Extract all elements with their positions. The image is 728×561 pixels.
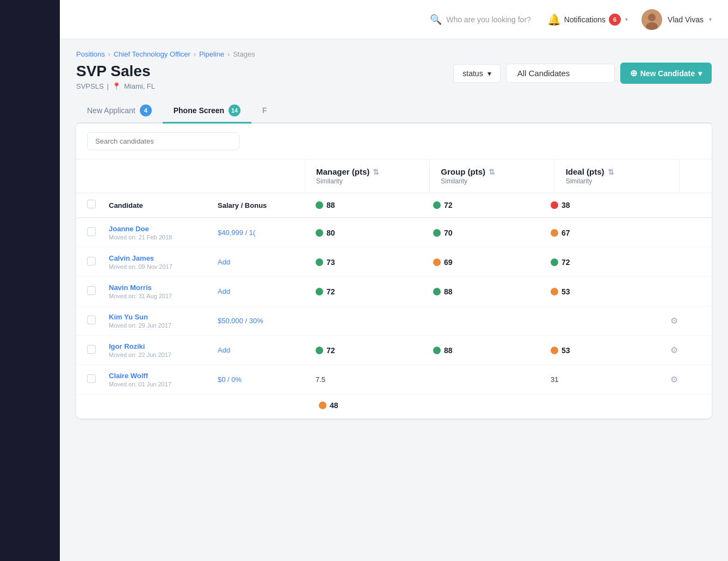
row-checkbox-col [87,374,109,385]
table-row: Calvin James Moved on: 09 Nov 2017 Add 7… [76,248,712,277]
nav-search-text: Who are you looking for? [446,15,531,24]
candidate-salary[interactable]: $40,999 / 1( [218,229,316,237]
table-row: Claire Wolff Moved on: 01 Jun 2017 $0 / … [76,365,712,394]
group-sort-icon[interactable] [489,167,495,176]
candidate-name[interactable]: Calvin James [109,254,218,262]
tab-new-applicant[interactable]: New Applicant 4 [76,99,163,124]
manager-score: 72 [316,287,433,296]
page-header: SVP Sales SVPSLS | 📍 Miami, FL status ▾ … [76,63,712,90]
ideal-dot [551,288,558,295]
breadcrumb: Positions › Chief Technology Officer › P… [76,50,712,58]
nav-search[interactable]: 🔍 Who are you looking for? [430,14,531,26]
group-value: 88 [444,287,453,296]
ideal-score: 31 [551,375,668,384]
row-checkbox[interactable] [87,257,96,266]
top-ideal-score: 38 [562,201,570,209]
candidate-salary-add[interactable]: Add [218,258,316,266]
candidate-name[interactable]: Kim Yu Sun [109,313,218,321]
manager-score: 80 [316,229,433,237]
candidate-date: Moved on: 22 Jun 2017 [109,352,218,358]
top-group-dot [433,201,441,209]
manager-dot [316,288,323,295]
ideal-value: 53 [562,287,570,296]
user-chevron-icon: ▾ [709,16,712,22]
candidate-salary-add[interactable]: Add [218,287,316,295]
gear-button[interactable]: ⚙ [668,313,680,328]
separator: | [107,82,109,90]
group-dot [433,347,441,354]
notifications-badge: 6 [609,14,621,26]
search-icon: 🔍 [430,14,442,26]
nav-user[interactable]: Vlad Vivas ▾ [641,9,712,30]
row-actions: ⚙ [668,343,701,357]
group-dot [433,229,441,237]
row-checkbox[interactable] [87,345,96,354]
select-all-checkbox[interactable] [87,200,96,208]
top-manager-dot [316,201,323,209]
group-score: 88 [433,346,551,355]
stage-tabs: New Applicant 4 Phone Screen 14 F [76,99,712,124]
breadcrumb-positions[interactable]: Positions [76,50,105,58]
page-code: SVPSLS [76,82,104,90]
table-header-row: Candidate Salary / Bonus 88 72 38 [76,193,712,218]
gear-button[interactable]: ⚙ [668,343,680,357]
sim-header-group: Group (pts) Similarity [429,159,554,193]
row-checkbox[interactable] [87,286,96,295]
bottom-score-row: 48 [76,394,712,418]
candidate-name[interactable]: Navin Morris [109,283,218,292]
ideal-score: 72 [551,258,668,267]
group-dot [433,258,441,266]
tab-partial-label: F [262,106,267,115]
manager-sort-icon[interactable] [373,167,379,176]
breadcrumb-cto[interactable]: Chief Technology Officer [114,50,190,58]
breadcrumb-sep-1: › [108,51,110,58]
candidate-date: Moved on: 31 Aug 2017 [109,293,218,299]
manager-value: 72 [326,287,335,296]
candidate-info: Kim Yu Sun Moved on: 29 Jun 2017 [109,313,218,329]
all-candidates-dropdown[interactable]: All Candidates [506,64,615,83]
tab-partial[interactable]: F [251,101,273,122]
sim-header-manager: Manager (pts) Similarity [305,159,429,193]
sim-header-ideal: Ideal (pts) Similarity [554,159,679,193]
gear-button[interactable]: ⚙ [668,372,680,387]
new-candidate-button[interactable]: ⊕ New Candidate ▾ [620,63,712,84]
top-score-manager: 88 [316,201,433,209]
row-checkbox[interactable] [87,316,96,324]
row-checkbox[interactable] [87,227,96,236]
col-header-candidate: Candidate [109,201,218,209]
candidate-salary-add[interactable]: Add [218,346,316,354]
candidate-name[interactable]: Claire Wolff [109,372,218,380]
candidate-salary[interactable]: $0 / 0% [218,375,316,384]
breadcrumb-sep-2: › [194,51,196,58]
row-checkbox[interactable] [87,374,96,383]
notifications-chevron-icon: ▾ [625,16,628,22]
ideal-dot [551,229,558,237]
candidate-date: Moved on: 01 Jun 2017 [109,381,218,387]
candidate-salary[interactable]: $50,000 / 30% [218,317,316,325]
group-value: 88 [444,346,453,355]
page-location: Miami, FL [124,82,155,90]
sim-header-actions [679,159,712,193]
search-input[interactable] [87,132,239,150]
tab-phone-screen[interactable]: Phone Screen 14 [163,99,251,124]
ideal-dot [551,258,558,266]
breadcrumb-sep-3: › [227,51,230,58]
ideal-value: 53 [562,346,570,355]
sim-header-empty [76,159,305,193]
tab-phone-screen-label: Phone Screen [174,106,224,115]
breadcrumb-pipeline[interactable]: Pipeline [199,50,224,58]
status-dropdown[interactable]: status ▾ [453,64,500,83]
tab-new-applicant-badge: 4 [140,104,152,116]
group-pts-label: Group (pts) [441,167,485,176]
status-label: status [462,69,483,78]
all-candidates-label: All Candidates [517,69,570,78]
page-title-area: SVP Sales SVPSLS | 📍 Miami, FL [76,63,155,90]
ideal-sort-icon[interactable] [608,167,614,176]
extra-col: 7.5 [316,375,433,384]
candidate-name[interactable]: Joanne Doe [109,225,218,233]
manager-pts-label: Manager (pts) [316,167,369,176]
nav-notifications[interactable]: 🔔 Notifications 6 ▾ [547,13,628,26]
candidate-info: Claire Wolff Moved on: 01 Jun 2017 [109,372,218,387]
candidate-name[interactable]: Igor Roziki [109,342,218,350]
ideal-dot [551,347,558,354]
